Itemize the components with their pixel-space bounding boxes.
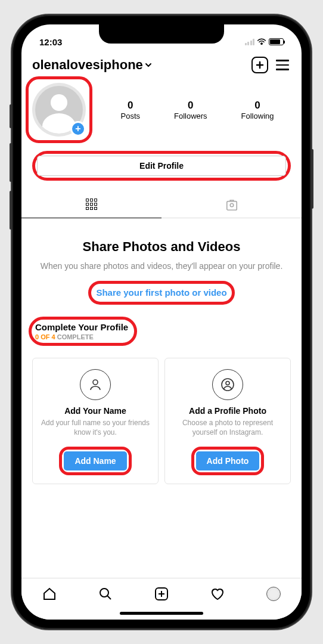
posts-stat[interactable]: 0 Posts	[120, 100, 140, 120]
highlight-edit-profile: Edit Profile	[32, 151, 291, 181]
highlight-add-photo: Add Photo	[191, 447, 265, 475]
card-add-photo: Add a Profile Photo Choose a photo to re…	[164, 358, 291, 484]
add-name-button[interactable]: Add Name	[64, 451, 126, 470]
username-dropdown[interactable]: olenalovesiphone	[32, 57, 246, 73]
new-post-button[interactable]	[251, 57, 268, 73]
heart-icon	[210, 586, 225, 602]
card-add-name-title: Add Your Name	[39, 406, 152, 416]
battery-icon	[269, 38, 284, 45]
add-photo-button[interactable]: Add Photo	[196, 451, 260, 470]
complete-profile-title: Complete Your Profile	[35, 322, 128, 332]
nav-home[interactable]	[41, 586, 58, 602]
screen: 12:03 olenalovesiphone	[21, 24, 302, 620]
empty-title: Share Photos and Videos	[39, 239, 284, 255]
edit-profile-button[interactable]: Edit Profile	[37, 156, 286, 176]
share-first-link[interactable]: Share your first photo or video	[96, 287, 226, 298]
chevron-down-icon	[144, 61, 153, 69]
signal-icon	[245, 39, 255, 45]
highlight-share-link: Share your first photo or video	[88, 281, 234, 305]
notch	[99, 24, 224, 44]
followers-count: 0	[174, 100, 207, 112]
wifi-icon	[257, 38, 266, 45]
tab-grid[interactable]	[21, 193, 162, 218]
add-story-badge-icon: +	[70, 121, 86, 137]
svg-point-4	[226, 381, 229, 385]
profile-summary: + 0 Posts 0 Followers 0 Following	[21, 78, 302, 144]
nav-profile[interactable]	[265, 586, 282, 602]
highlight-add-name: Add Name	[59, 447, 131, 475]
phone-frame: 12:03 olenalovesiphone	[12, 15, 311, 629]
tab-tagged[interactable]	[162, 193, 302, 218]
highlight-avatar: +	[26, 76, 92, 143]
profile-header: olenalovesiphone	[21, 52, 302, 78]
following-stat[interactable]: 0 Following	[241, 100, 274, 120]
following-label: Following	[241, 112, 274, 120]
card-add-photo-subtitle: Choose a photo to represent yourself on …	[171, 418, 284, 438]
complete-cards: Add Your Name Add your full name so your…	[21, 352, 302, 490]
following-count: 0	[241, 100, 274, 112]
nav-search[interactable]	[97, 586, 114, 602]
posts-count: 0	[120, 100, 140, 112]
profile-tabs	[21, 193, 302, 218]
nav-avatar-icon	[266, 587, 281, 601]
followers-stat[interactable]: 0 Followers	[174, 100, 207, 120]
posts-label: Posts	[120, 112, 140, 120]
person-icon	[80, 369, 111, 400]
nav-new-post[interactable]	[153, 586, 170, 602]
home-indicator	[120, 612, 203, 615]
card-add-name-subtitle: Add your full name so your friends know …	[39, 418, 152, 438]
highlight-complete-profile: Complete Your Profile 0 OF 4 COMPLETE	[29, 317, 137, 346]
svg-rect-0	[226, 202, 237, 210]
svg-point-1	[230, 203, 234, 207]
empty-state: Share Photos and Videos When you share p…	[21, 218, 302, 317]
avatar-button[interactable]: +	[32, 83, 86, 137]
home-icon	[42, 586, 57, 602]
card-add-name: Add Your Name Add your full name so your…	[32, 358, 159, 484]
tagged-icon	[225, 199, 238, 212]
status-time: 12:03	[39, 37, 62, 47]
svg-point-5	[100, 589, 108, 597]
complete-profile-progress: 0 OF 4 COMPLETE	[35, 333, 128, 340]
grid-icon	[86, 199, 97, 212]
empty-subtitle: When you share photos and videos, they'l…	[39, 261, 284, 273]
svg-point-2	[93, 380, 98, 385]
username-text: olenalovesiphone	[32, 57, 143, 73]
menu-button[interactable]	[274, 57, 291, 73]
plus-square-icon	[154, 586, 169, 602]
profile-photo-icon	[212, 369, 243, 400]
nav-activity[interactable]	[209, 586, 226, 602]
card-add-photo-title: Add a Profile Photo	[171, 406, 284, 416]
search-icon	[98, 586, 113, 602]
followers-label: Followers	[174, 112, 207, 120]
